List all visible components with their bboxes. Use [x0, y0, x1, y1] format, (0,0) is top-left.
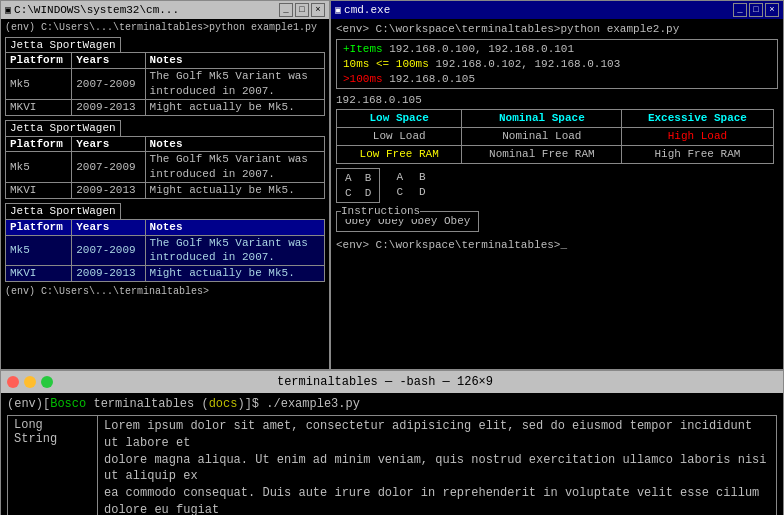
bottom-terminal-window: terminaltables — -bash — 126×9 (env)[Bos…	[0, 370, 784, 515]
left-cmd-window: ▣ C:\WINDOWS\system32\cm... _ □ × (env) …	[0, 0, 330, 370]
matrix-1: A B C D	[336, 168, 380, 204]
left-window-body: (env) C:\Users\...\terminaltables>python…	[1, 19, 329, 369]
section2-label: Jetta SportWagen	[5, 120, 121, 136]
cell-low-load: Low Load	[337, 128, 462, 146]
left-window-title: C:\WINDOWS\system32\cm...	[14, 4, 179, 16]
right-window-title: cmd.exe	[344, 4, 390, 16]
right-prompt: <env> C:\workspace\terminaltables>python…	[336, 22, 778, 37]
legend-green-line: +Items 192.168.0.100, 192.168.0.101	[343, 42, 771, 57]
ip-legend: +Items 192.168.0.100, 192.168.0.101 10ms…	[336, 39, 778, 90]
left-prompt: (env) C:\Users\...\terminaltables>python…	[5, 21, 325, 35]
right-close-button[interactable]: ×	[765, 3, 779, 17]
table-1: PlatformYearsNotes Mk52007-2009The Golf …	[5, 52, 325, 115]
section3-label: Jetta SportWagen	[5, 203, 121, 219]
col-low-space: Low Space	[337, 110, 462, 128]
legend-yellow-line: 10ms <= 100ms 192.168.0.102, 192.168.0.1…	[343, 57, 771, 72]
matrix1-row2: C D	[345, 186, 371, 201]
right-minimize-button[interactable]: _	[733, 3, 747, 17]
matrix2-row2: CD	[396, 185, 425, 200]
minimize-button[interactable]: _	[279, 3, 293, 17]
table-2: PlatformYearsNotes Mk52007-2009The Golf …	[5, 136, 325, 199]
matrix-2: AB CD	[388, 168, 433, 202]
instructions-label: Instructions	[341, 204, 420, 219]
right-cmd-icon: ▣	[335, 4, 341, 16]
right-main-table: Low Space Nominal Space Excessive Space …	[336, 109, 774, 164]
right-titlebar: ▣ cmd.exe _ □ ×	[331, 1, 783, 19]
cmd-icon: ▣	[5, 4, 11, 16]
bottom-terminal-body: (env)[Bosco terminaltables (docs)]$ ./ex…	[1, 393, 783, 515]
right-window-body: <env> C:\workspace\terminaltables>python…	[331, 19, 783, 369]
table-3: PlatformYearsNotes Mk52007-2009The Golf …	[5, 219, 325, 282]
matrix2-header: AB	[396, 170, 425, 185]
bottom-titlebar: terminaltables — -bash — 126×9	[1, 371, 783, 393]
cell-nominal-free-ram: Nominal Free RAM	[462, 145, 622, 163]
bash-prompt-1: (env)[Bosco terminaltables (docs)]$ ./ex…	[7, 397, 777, 411]
bash-table-row: Long String Lorem ipsum dolor sit amet, …	[7, 415, 777, 515]
maximize-traffic-light[interactable]	[41, 376, 53, 388]
right-maximize-button[interactable]: □	[749, 3, 763, 17]
ip-label: 192.168.0.105	[336, 93, 778, 108]
cell-high-free-ram: High Free RAM	[622, 145, 773, 163]
cell-low-free-ram: Low Free RAM	[337, 145, 462, 163]
section1-label: Jetta SportWagen	[5, 37, 121, 53]
traffic-lights	[7, 376, 53, 388]
instructions-box: Instructions Obey Obey Obey Obey	[336, 211, 479, 232]
minimize-traffic-light[interactable]	[24, 376, 36, 388]
matrices-row: A B C D AB CD	[336, 168, 778, 204]
bottom-terminal-title: terminaltables — -bash — 126×9	[277, 375, 493, 389]
left-titlebar: ▣ C:\WINDOWS\system32\cm... _ □ ×	[1, 1, 329, 19]
right-bottom-prompt: <env> C:\workspace\terminaltables>_	[336, 238, 778, 253]
cell-nominal-load: Nominal Load	[462, 128, 622, 146]
matrix1-row1: A B	[345, 171, 371, 186]
cell-high-load: High Load	[622, 128, 773, 146]
close-traffic-light[interactable]	[7, 376, 19, 388]
right-cmd-window: ▣ cmd.exe _ □ × <env> C:\workspace\termi…	[330, 0, 784, 370]
maximize-button[interactable]: □	[295, 3, 309, 17]
bash-table-key: Long String	[8, 416, 98, 515]
col-nominal-space: Nominal Space	[462, 110, 622, 128]
bash-table-val: Lorem ipsum dolor sit amet, consectetur …	[98, 416, 776, 515]
col-excessive-space: Excessive Space	[622, 110, 773, 128]
left-bottom-prompt: (env) C:\Users\...\terminaltables>	[5, 285, 325, 299]
close-button[interactable]: ×	[311, 3, 325, 17]
legend-red-line: >100ms 192.168.0.105	[343, 72, 771, 87]
